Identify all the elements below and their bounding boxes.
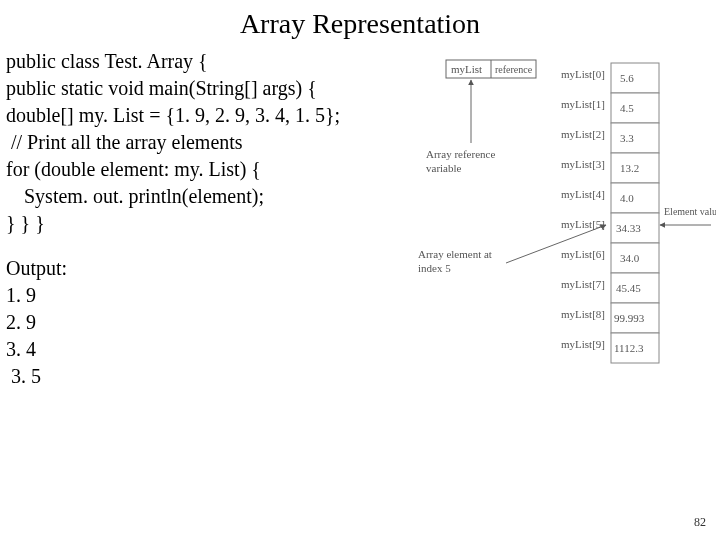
code-comment: // Print all the array elements <box>6 129 416 156</box>
output-line: 3. 5 <box>6 363 416 390</box>
array-row: myList[9] 1112.3 <box>561 333 659 363</box>
array-index-label: myList[2] <box>561 128 605 140</box>
array-cell-value: 45.45 <box>616 282 641 294</box>
array-index-label: myList[4] <box>561 188 605 200</box>
array-row: myList[8] 99.993 <box>561 303 659 333</box>
array-row: myList[5] 34.33 <box>561 213 659 243</box>
array-row: myList[3] 13.2 <box>561 153 659 183</box>
body-wrap: public class Test. Array { public static… <box>0 48 720 390</box>
output-line: 2. 9 <box>6 309 416 336</box>
array-cell-value: 5.6 <box>620 72 634 84</box>
array-cell <box>611 63 659 93</box>
array-cell-value: 4.0 <box>620 192 634 204</box>
array-diagram: myList reference Array reference variabl… <box>416 58 716 378</box>
array-index-label: myList[6] <box>561 248 605 260</box>
output-label: Output: <box>6 255 416 282</box>
ref-box-left-label: myList <box>451 63 482 75</box>
code-line: public class Test. Array { <box>6 48 416 75</box>
code-line: for (double element: my. List) { <box>6 156 416 183</box>
slide: Array Representation public class Test. … <box>0 0 720 540</box>
array-cell-value: 3.3 <box>620 132 634 144</box>
array-index-label: myList[8] <box>561 308 605 320</box>
array-cell-value: 13.2 <box>620 162 639 174</box>
slide-title: Array Representation <box>0 0 720 48</box>
output-line: 1. 9 <box>6 282 416 309</box>
ref-label-line2: variable <box>426 162 462 174</box>
code-line: public static void main(String[] args) { <box>6 75 416 102</box>
array-row: myList[4] 4.0 <box>561 183 659 213</box>
code-line: } } } <box>6 210 416 237</box>
array-row: myList[7] 45.45 <box>561 273 659 303</box>
output-line: 3. 4 <box>6 336 416 363</box>
array-index-label: myList[3] <box>561 158 605 170</box>
array-cell <box>611 123 659 153</box>
ref-box-right-label: reference <box>495 64 533 75</box>
array-cell <box>611 93 659 123</box>
ref-label-line1: Array reference <box>426 148 495 160</box>
array-cell-value: 34.0 <box>620 252 640 264</box>
page-number: 82 <box>694 515 706 530</box>
element-value-label: Element value <box>664 206 716 217</box>
array-index-label: myList[7] <box>561 278 605 290</box>
array-row: myList[1] 4.5 <box>561 93 659 123</box>
elem-label-line2: index 5 <box>418 262 451 274</box>
array-row: myList[2] 3.3 <box>561 123 659 153</box>
elem-label-line1: Array element at <box>418 248 492 260</box>
diagram-column: myList reference Array reference variabl… <box>416 48 714 390</box>
array-index-label: myList[1] <box>561 98 605 110</box>
array-row: myList[0] 5.6 <box>561 63 659 93</box>
array-cell <box>611 183 659 213</box>
code-line: double[] my. List = {1. 9, 2. 9, 3. 4, 1… <box>6 102 416 129</box>
array-index-label: myList[0] <box>561 68 605 80</box>
array-cell-value: 4.5 <box>620 102 634 114</box>
array-cells: myList[0] 5.6 myList[1] 4.5 myList[2] 3.… <box>561 63 659 363</box>
code-line: System. out. println(element); <box>6 183 416 210</box>
array-index-label: myList[9] <box>561 338 605 350</box>
array-row: myList[6] 34.0 <box>561 243 659 273</box>
array-cell-value: 1112.3 <box>614 342 644 354</box>
array-index-label: myList[5] <box>561 218 605 230</box>
array-cell-value: 34.33 <box>616 222 641 234</box>
code-column: public class Test. Array { public static… <box>6 48 416 390</box>
array-cell-value: 99.993 <box>614 312 645 324</box>
